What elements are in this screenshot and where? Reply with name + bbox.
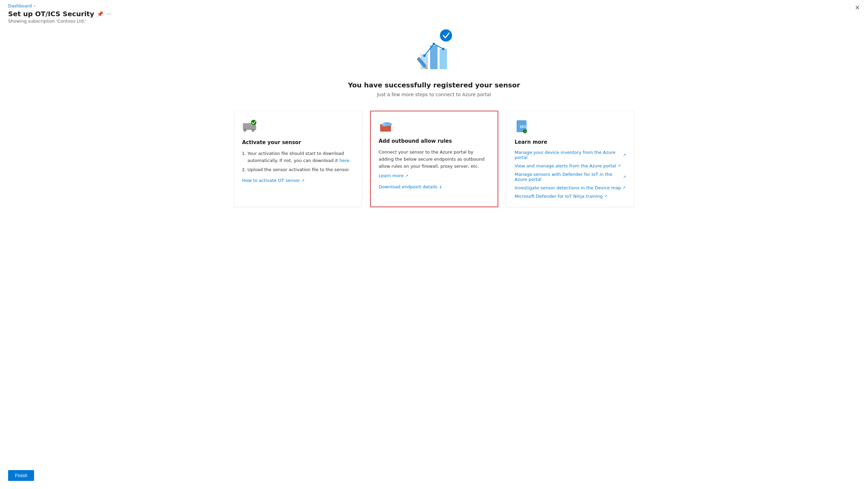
activate-sensor-title: Activate your sensor (242, 139, 354, 145)
finish-button[interactable]: Finish (8, 470, 34, 481)
how-to-activate-text: How to activate OT sensor (242, 177, 300, 184)
outbound-rules-card: Add outbound allow rules Connect your se… (370, 111, 498, 207)
learn-more-link[interactable]: Learn more ↗ (379, 172, 408, 180)
svg-point-5 (442, 48, 444, 50)
outbound-rules-body: Connect your sensor to the Azure portal … (379, 149, 489, 191)
breadcrumb-dashboard[interactable]: Dashboard (8, 3, 32, 8)
learn-more-link-5-text: Microsoft Defender for IoT Ninja trainin… (515, 194, 603, 199)
step2-text: Upload the sensor activation file to the… (248, 166, 354, 173)
hero-subtitle: Just a few more steps to connect to Azur… (377, 92, 491, 97)
learn-more-card: 101 ✓ Learn more Manage your device inve… (506, 111, 635, 207)
learn-more-link-2-text: View and manage alerts from the Azure po… (515, 163, 616, 168)
svg-point-16 (252, 130, 254, 131)
learn-more-link-1-text: Manage your device inventory from the Az… (515, 150, 622, 160)
page-title-row: Set up OT/ICS Security 📌 ··· (0, 8, 868, 18)
hero-illustration (0, 24, 868, 78)
ext-icon-4: ↗ (622, 186, 625, 190)
close-button[interactable]: ✕ (855, 5, 860, 11)
learn-more-text: Learn more (379, 172, 404, 180)
learn-more-link-1[interactable]: Manage your device inventory from the Az… (515, 150, 626, 160)
learn-more-icon: 101 ✓ (515, 119, 626, 135)
learn-more-link-5[interactable]: Microsoft Defender for IoT Ninja trainin… (515, 194, 626, 199)
pin-icon[interactable]: 📌 (97, 11, 104, 17)
outbound-rules-icon (379, 119, 489, 134)
learn-more-link-3-text: Manage sensors with Defender for IoT in … (515, 172, 622, 182)
learn-more-link-4[interactable]: Investigate sensor detections in the Dev… (515, 185, 626, 190)
learn-more-link-2[interactable]: View and manage alerts from the Azure po… (515, 163, 626, 168)
learn-more-card-title: Learn more (515, 139, 626, 145)
svg-point-4 (432, 43, 435, 45)
more-options-icon[interactable]: ··· (106, 11, 111, 17)
cards-container: Activate your sensor Your activation fil… (0, 104, 868, 214)
page-title: Set up OT/ICS Security (8, 10, 94, 18)
ext-icon-3: ↗ (623, 175, 626, 179)
activate-sensor-body: Your activation file should start to dow… (242, 150, 354, 184)
activate-sensor-icon (242, 119, 354, 135)
download-icon: ↓ (439, 184, 442, 191)
here-link[interactable]: here (339, 158, 349, 163)
ext-icon-5: ↗ (604, 194, 607, 198)
outbound-rules-title: Add outbound allow rules (379, 138, 489, 144)
svg-rect-2 (440, 49, 447, 69)
svg-point-9 (440, 29, 452, 42)
learn-more-link-4-text: Investigate sensor detections in the Dev… (515, 185, 621, 190)
page-subtitle: Showing subscription 'Contoso Ltd.' (0, 18, 868, 24)
footer: Finish (8, 470, 34, 481)
breadcrumb: Dashboard › (0, 0, 868, 8)
hero-section: You have successfully registered your se… (0, 81, 868, 104)
download-endpoint-text: Download endpoint details (379, 184, 438, 191)
activate-sensor-card: Activate your sensor Your activation fil… (234, 111, 362, 207)
ext-icon-1: ↗ (623, 153, 626, 157)
svg-point-14 (244, 130, 246, 131)
external-link-icon: ↗ (301, 178, 304, 184)
svg-rect-25 (382, 124, 391, 126)
hero-title: You have successfully registered your se… (348, 81, 520, 89)
breadcrumb-separator: › (34, 4, 36, 8)
step1-text: Your activation file should start to dow… (248, 151, 344, 163)
how-to-activate-link[interactable]: How to activate OT sensor ↗ (242, 177, 305, 184)
svg-rect-1 (430, 46, 438, 69)
download-endpoint-link[interactable]: Download endpoint details ↓ (379, 184, 443, 191)
learn-more-links-container: Manage your device inventory from the Az… (515, 150, 626, 199)
svg-point-3 (423, 55, 425, 57)
learn-more-ext-icon: ↗ (405, 173, 408, 179)
ext-icon-2: ↗ (617, 164, 620, 168)
svg-text:101: 101 (520, 125, 526, 129)
outbound-body-text: Connect your sensor to the Azure portal … (379, 149, 489, 170)
learn-more-link-3[interactable]: Manage sensors with Defender for IoT in … (515, 172, 626, 182)
svg-text:✓: ✓ (524, 130, 526, 133)
svg-rect-10 (243, 123, 252, 130)
